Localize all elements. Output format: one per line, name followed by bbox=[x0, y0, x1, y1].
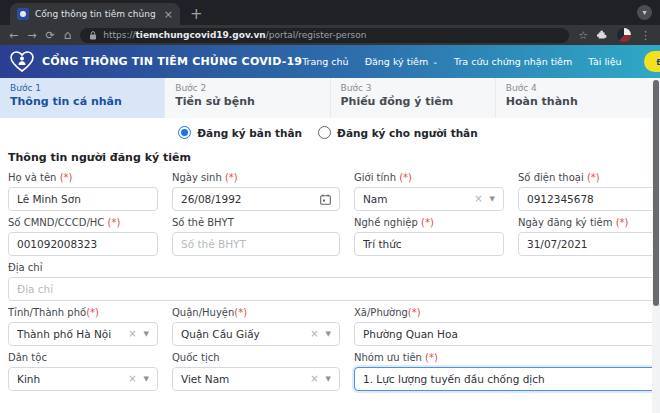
field-occupation: Nghề nghiệp (*) bbox=[354, 217, 504, 256]
radio-register-relative[interactable]: Đăng ký cho người thân bbox=[318, 126, 478, 139]
home-icon[interactable]: ⌂ bbox=[64, 29, 72, 41]
step-3-consent-form[interactable]: Bước 3 Phiếu đồng ý tiêm bbox=[331, 78, 496, 118]
field-gender: Giới tính (*) Nam × ▼ bbox=[354, 172, 504, 211]
main-content: Đăng ký bản thân Đăng ký cho người thân … bbox=[0, 118, 660, 397]
site-header: CỔNG THÔNG TIN TIÊM CHỦNG COVID-19 Trang… bbox=[0, 45, 660, 78]
nav-item-certificate-lookup[interactable]: Tra cứu chứng nhận tiêm bbox=[454, 56, 572, 67]
clear-icon[interactable]: × bbox=[128, 374, 136, 384]
clear-icon[interactable]: × bbox=[310, 329, 318, 339]
forward-icon[interactable]: → bbox=[27, 30, 36, 41]
province-select[interactable]: Thành phố Hà Nội × ▼ bbox=[8, 322, 158, 346]
browser-tab-bar: Cổng thông tin tiêm chủng Co × + ▾ bbox=[0, 0, 660, 25]
birth-date-input[interactable] bbox=[172, 187, 340, 211]
bookmark-star-icon[interactable]: ☆ bbox=[578, 29, 588, 42]
field-birth-date: Ngày sinh (*) bbox=[172, 172, 340, 211]
tab-close-icon[interactable]: × bbox=[164, 9, 173, 20]
tab-title: Cổng thông tin tiêm chủng Co bbox=[35, 9, 158, 19]
field-label: Ngày sinh (*) bbox=[172, 172, 340, 183]
field-label: Dân tộc bbox=[8, 352, 158, 363]
ethnicity-select[interactable]: Kinh × ▼ bbox=[8, 367, 158, 391]
field-label: Quận/Huyện(*) bbox=[172, 307, 340, 318]
field-label: Họ và tên (*) bbox=[8, 172, 158, 183]
url-bar[interactable]: https://tiemchungcovid19.gov.vn/portal/r… bbox=[80, 28, 569, 43]
nav-item-documents[interactable]: Tài liệu bbox=[588, 56, 621, 67]
field-ethnicity: Dân tộc Kinh × ▼ bbox=[8, 352, 158, 391]
field-province: Tỉnh/Thành phố(*) Thành phố Hà Nội × ▼ bbox=[8, 307, 158, 346]
phone-input[interactable] bbox=[518, 187, 660, 211]
field-label: Số CMND/CCCD/HC (*) bbox=[8, 217, 158, 228]
step-2-medical-history[interactable]: Bước 2 Tiền sử bệnh bbox=[165, 78, 330, 118]
profile-avatar[interactable] bbox=[617, 28, 631, 42]
field-ward: Xã/Phường(*) Phường Quan Hoa × ▼ bbox=[354, 307, 660, 346]
id-number-input[interactable] bbox=[8, 232, 158, 256]
field-label: Địa chỉ bbox=[8, 262, 660, 273]
field-id-number: Số CMND/CCCD/HC (*) bbox=[8, 217, 158, 256]
main-nav: Trang chủ Đăng ký tiêm⌄ Tra cứu chứng nh… bbox=[302, 51, 660, 72]
caret-down-icon[interactable]: ▼ bbox=[144, 331, 149, 338]
field-priority-group: Nhóm ưu tiên (*) 1. Lực lượng tuyến đầu … bbox=[354, 352, 660, 391]
site-title: CỔNG THÔNG TIN TIÊM CHỦNG COVID-19 bbox=[42, 55, 302, 68]
browser-toolbar: ← → ⟳ ⌂ https://tiemchungcovid19.gov.vn/… bbox=[0, 25, 660, 45]
district-select[interactable]: Quận Cầu Giấy × ▼ bbox=[172, 322, 340, 346]
tab-search-button[interactable]: ▾ bbox=[637, 5, 652, 20]
extensions-icon[interactable] bbox=[597, 30, 608, 41]
back-icon[interactable]: ← bbox=[9, 30, 18, 41]
field-phone: Số điện thoại (*) bbox=[518, 172, 660, 211]
site-logo-icon bbox=[10, 51, 34, 73]
full-name-input[interactable] bbox=[8, 187, 158, 211]
radio-register-self[interactable]: Đăng ký bản thân bbox=[178, 126, 302, 139]
step-1-personal-info[interactable]: Bước 1 Thông tin cá nhân bbox=[0, 78, 165, 118]
clear-icon[interactable]: × bbox=[474, 194, 482, 204]
caret-down-icon[interactable]: ▼ bbox=[144, 376, 149, 383]
field-label: Ngày đăng ký tiêm (*) bbox=[518, 217, 660, 228]
insurance-number-input[interactable] bbox=[172, 232, 340, 256]
tab-favicon-icon bbox=[17, 8, 29, 20]
page-scrollbar[interactable] bbox=[652, 80, 660, 413]
clear-icon[interactable]: × bbox=[310, 374, 318, 384]
radio-unselected-icon bbox=[318, 126, 331, 139]
scrollbar-thumb[interactable] bbox=[653, 80, 659, 306]
field-label: Quốc tịch bbox=[172, 352, 340, 363]
field-insurance-number: Số thẻ BHYT bbox=[172, 217, 340, 256]
browser-tab[interactable]: Cổng thông tin tiêm chủng Co × bbox=[10, 3, 180, 25]
occupation-input[interactable] bbox=[354, 232, 504, 256]
register-type-options: Đăng ký bản thân Đăng ký cho người thân bbox=[8, 118, 648, 145]
field-label: Nghề nghiệp (*) bbox=[354, 217, 504, 228]
login-button[interactable]: Đăng nhập bbox=[644, 51, 660, 72]
url-text: https://tiemchungcovid19.gov.vn/portal/r… bbox=[103, 30, 366, 40]
step-4-complete[interactable]: Bước 4 Hoàn thành bbox=[496, 78, 660, 118]
nav-item-home[interactable]: Trang chủ bbox=[302, 56, 348, 67]
section-title: Thông tin người đăng ký tiêm bbox=[8, 151, 648, 164]
calendar-icon[interactable] bbox=[320, 194, 331, 205]
field-label: Số điện thoại (*) bbox=[518, 172, 660, 183]
gender-select[interactable]: Nam × ▼ bbox=[354, 187, 504, 211]
field-label: Số thẻ BHYT bbox=[172, 217, 340, 228]
field-label: Tỉnh/Thành phố(*) bbox=[8, 307, 158, 318]
vaccination-date-input[interactable] bbox=[518, 232, 660, 256]
nav-item-register[interactable]: Đăng ký tiêm⌄ bbox=[365, 56, 438, 67]
field-nationality: Quốc tịch Viet Nam × ▼ bbox=[172, 352, 340, 391]
ward-select[interactable]: Phường Quan Hoa × ▼ bbox=[354, 322, 660, 346]
new-tab-button[interactable]: + bbox=[190, 7, 203, 22]
field-label: Giới tính (*) bbox=[354, 172, 504, 183]
caret-down-icon[interactable]: ▼ bbox=[326, 331, 331, 338]
reload-icon[interactable]: ⟳ bbox=[45, 30, 54, 41]
browser-menu-icon[interactable]: ⋮ bbox=[640, 29, 651, 42]
chevron-down-icon: ⌄ bbox=[432, 58, 438, 66]
caret-down-icon[interactable]: ▼ bbox=[326, 376, 331, 383]
priority-group-select[interactable]: 1. Lực lượng tuyến đầu chống dịch × ▼ bbox=[354, 367, 660, 391]
field-label: Xã/Phường(*) bbox=[354, 307, 660, 318]
nationality-select[interactable]: Viet Nam × ▼ bbox=[172, 367, 340, 391]
field-full-name: Họ và tên (*) bbox=[8, 172, 158, 211]
field-label: Nhóm ưu tiên (*) bbox=[354, 352, 660, 363]
registration-form: Họ và tên (*) Ngày sinh (*) Giới tính (*… bbox=[8, 172, 648, 397]
caret-down-icon[interactable]: ▼ bbox=[490, 196, 495, 203]
radio-selected-icon bbox=[178, 126, 191, 139]
field-address: Địa chỉ bbox=[8, 262, 660, 301]
clear-icon[interactable]: × bbox=[128, 329, 136, 339]
steps-bar: Bước 1 Thông tin cá nhân Bước 2 Tiền sử … bbox=[0, 78, 660, 118]
field-district: Quận/Huyện(*) Quận Cầu Giấy × ▼ bbox=[172, 307, 340, 346]
field-vaccination-date: Ngày đăng ký tiêm (*) bbox=[518, 217, 660, 256]
lock-icon bbox=[89, 31, 97, 40]
address-input[interactable] bbox=[8, 277, 660, 301]
